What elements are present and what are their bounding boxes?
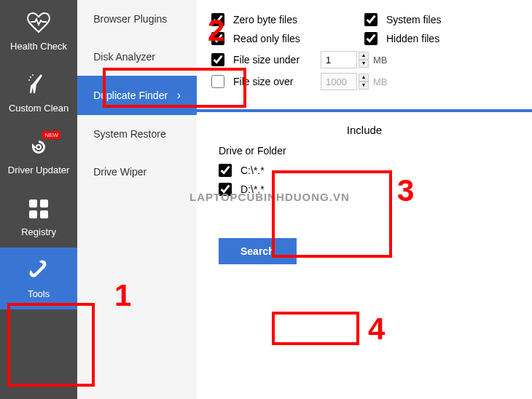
checkbox[interactable] — [211, 53, 224, 66]
submenu-label: Browser Plugins — [93, 13, 167, 25]
check-read-only[interactable]: Read only files — [211, 32, 364, 45]
sidebar-item-registry[interactable]: Registry — [0, 186, 77, 248]
submenu-label: Duplicate Finder — [93, 90, 168, 101]
drive-item-c[interactable]: C:\*.* — [219, 164, 510, 177]
check-label: File size over — [233, 76, 293, 87]
spin-up-icon[interactable]: ▲ — [359, 74, 369, 82]
checkbox[interactable] — [364, 13, 378, 26]
check-hidden-files[interactable]: Hidden files — [364, 32, 517, 45]
sidebar-label: Driver Updater — [8, 165, 70, 175]
unit-label: MB — [373, 55, 388, 66]
sidebar-item-health-check[interactable]: Health Check — [0, 0, 77, 62]
size-over-input[interactable] — [321, 73, 357, 90]
check-label: Read only files — [233, 33, 300, 44]
submenu-label: Disk Analyzer — [93, 51, 155, 63]
submenu-label: System Restore — [93, 128, 166, 140]
sidebar-item-custom-clean[interactable]: Custom Clean — [0, 62, 77, 124]
sidebar-label: Health Check — [10, 41, 67, 52]
svg-rect-6 — [29, 210, 37, 218]
drive-folder-label: Drive or Folder — [219, 145, 510, 157]
svg-point-3 — [36, 145, 41, 149]
svg-point-2 — [32, 74, 34, 76]
submenu-duplicate-finder[interactable]: Duplicate Finder› — [77, 76, 197, 115]
spin-up-icon[interactable]: ▲ — [359, 52, 369, 60]
check-size-over[interactable]: File size over — [211, 75, 313, 88]
spinner: ▲▼ — [359, 52, 369, 68]
sidebar-label: Tools — [28, 288, 50, 299]
checkbox[interactable] — [364, 32, 378, 45]
submenu-label: Drive Wiper — [93, 166, 146, 178]
size-under-input[interactable] — [321, 51, 357, 68]
checkbox[interactable] — [211, 32, 224, 45]
svg-rect-7 — [40, 210, 48, 218]
main-content: Zero byte files System files Read only f… — [197, 0, 532, 399]
include-title: Include — [197, 112, 532, 145]
chevron-right-icon: › — [177, 89, 181, 102]
search-button[interactable]: Search — [219, 238, 297, 264]
check-label: Hidden files — [386, 33, 439, 44]
check-size-under[interactable]: File size under — [211, 53, 313, 66]
check-system-files[interactable]: System files — [364, 13, 517, 26]
new-badge: NEW — [42, 131, 60, 139]
submenu-disk-analyzer[interactable]: Disk Analyzer — [77, 38, 197, 76]
svg-rect-4 — [29, 200, 37, 208]
check-zero-byte[interactable]: Zero byte files — [211, 13, 364, 26]
sidebar-item-tools[interactable]: Tools — [0, 248, 77, 309]
spin-down-icon[interactable]: ▼ — [359, 82, 369, 90]
submenu-browser-plugins[interactable]: Browser Plugins — [77, 0, 197, 38]
wrench-icon — [24, 258, 53, 284]
broom-icon — [24, 72, 53, 98]
heart-pulse-icon — [24, 10, 53, 36]
spin-down-icon[interactable]: ▼ — [359, 60, 369, 68]
svg-point-1 — [28, 79, 30, 81]
sidebar-item-driver-updater[interactable]: NEW Driver Updater — [0, 124, 77, 186]
checkbox[interactable] — [211, 13, 224, 26]
tools-submenu: Browser Plugins Disk Analyzer Duplicate … — [77, 0, 197, 399]
drive-item-d[interactable]: D:\*.* — [219, 183, 510, 196]
spinner: ▲▼ — [359, 74, 369, 90]
sidebar-label: Registry — [21, 226, 56, 237]
grid-icon — [24, 196, 53, 222]
check-label: File size under — [233, 54, 300, 66]
check-label: System files — [386, 14, 441, 25]
drive-path: D:\*.* — [240, 183, 265, 195]
drive-path: C:\*.* — [240, 165, 265, 176]
submenu-system-restore[interactable]: System Restore — [77, 115, 197, 153]
gear-refresh-icon: NEW — [24, 134, 53, 160]
svg-point-0 — [30, 76, 31, 78]
svg-rect-5 — [40, 200, 48, 208]
checkbox[interactable] — [219, 183, 232, 196]
check-label: Zero byte files — [233, 14, 297, 25]
sidebar-label: Custom Clean — [9, 103, 69, 114]
unit-label: MB — [373, 76, 388, 87]
main-sidebar: Health Check Custom Clean NEW Driver Upd… — [0, 0, 77, 399]
checkbox[interactable] — [211, 75, 224, 88]
checkbox[interactable] — [219, 164, 232, 177]
submenu-drive-wiper[interactable]: Drive Wiper — [77, 153, 197, 191]
